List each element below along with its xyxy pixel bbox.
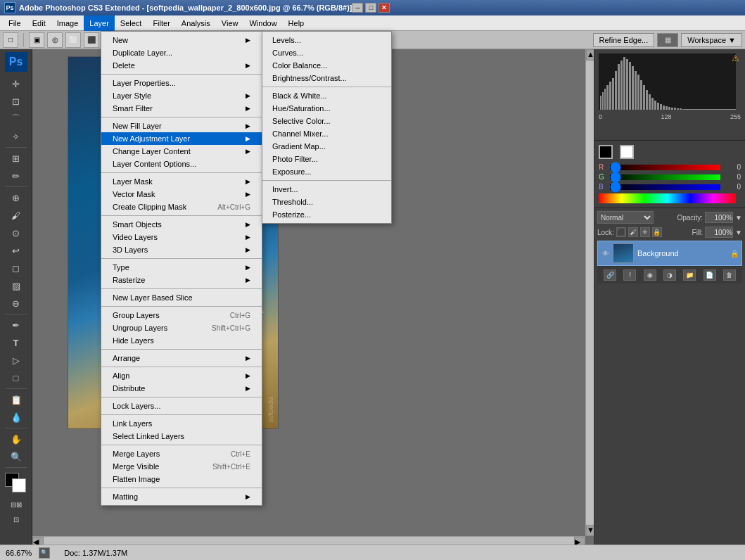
horizontal-scrollbar[interactable]: ◀ ▶ [32,536,585,545]
menu-matting[interactable]: Matting▶ [101,490,262,503]
new-adjustment-btn[interactable]: ◑ [663,269,676,281]
menu-video-layers[interactable]: Video Layers▶ [101,231,262,243]
menu-edit[interactable]: Edit [27,15,51,31]
foreground-swatch[interactable] [599,145,613,159]
new-layer-btn[interactable]: 📄 [703,269,716,281]
menu-layer-duplicate[interactable]: Duplicate Layer... [101,46,262,59]
lock-position-btn[interactable]: ✛ [640,227,650,237]
menu-type[interactable]: Type▶ [101,261,262,274]
path-tool[interactable]: ▷ [5,352,27,369]
quick-mask-btn[interactable]: ⊟⊠ [5,497,27,511]
new-selection-btn[interactable]: □ [3,32,18,48]
color-gradient-bar[interactable] [599,193,736,203]
ellipse-select-btn[interactable]: ◎ [47,32,63,48]
menu-smart-filter[interactable]: Smart Filter▶ [101,102,262,115]
refine-edge-button[interactable]: Refine Edge... [593,33,655,47]
eyedropper-tool[interactable]: ✏ [5,167,27,184]
blue-slider[interactable] [610,184,720,190]
menu-distribute[interactable]: Distribute▶ [101,382,262,395]
opacity-arrow[interactable]: ▼ [735,214,742,222]
menu-new-layer-based-slice[interactable]: New Layer Based Slice [101,291,262,304]
spot-heal-tool[interactable]: ⊕ [5,189,27,206]
shape-tool[interactable]: □ [5,369,27,386]
menu-create-clipping-mask[interactable]: Create Clipping MaskAlt+Ctrl+G [101,201,262,213]
menu-select[interactable]: Select [115,15,148,31]
delete-layer-btn[interactable]: 🗑 [723,269,736,281]
screen-mode-btn[interactable]: ⊡ [5,512,27,526]
color-swatch[interactable] [5,473,27,492]
green-slider[interactable] [610,174,720,180]
scrollbar-up-btn[interactable]: ▲ [586,49,594,61]
history-tool[interactable]: ↩ [5,242,27,259]
crop-tool[interactable]: ⊞ [5,150,27,167]
red-slider[interactable] [610,165,720,170]
clone-tool[interactable]: ⊙ [5,224,27,241]
fill-input[interactable] [705,227,733,238]
quick-select-tool[interactable]: ✧ [5,128,27,145]
submenu-selective-color[interactable]: Selective Color... [262,115,391,127]
submenu-posterize[interactable]: Posterize... [262,208,391,221]
vertical-scrollbar[interactable]: ▲ ▼ [585,49,594,536]
menu-new-adjustment-layer[interactable]: New Adjustment Layer▶ [101,132,262,145]
hand-tool[interactable]: ✋ [5,431,27,447]
workspace-button[interactable]: Workspace ▼ [681,33,742,47]
menu-flatten-image[interactable]: Flatten Image [101,473,262,485]
submenu-threshold[interactable]: Threshold... [262,196,391,208]
menu-merge-layers[interactable]: Merge LayersCtrl+E [101,447,262,460]
pen-tool[interactable]: ✒ [5,317,27,333]
scrollbar-right-btn[interactable]: ▶ [574,537,585,545]
menu-file[interactable]: File [3,15,27,31]
close-button[interactable]: ✕ [378,3,390,13]
lock-all-btn[interactable]: 🔒 [652,227,662,237]
menu-layer-style[interactable]: Layer Style▶ [101,89,262,102]
menu-arrange[interactable]: Arrange▶ [101,352,262,364]
zoom-status-btn[interactable]: 🔍 [39,547,50,559]
new-group-btn[interactable]: 📁 [683,269,696,281]
menu-3d-layers[interactable]: 3D Layers▶ [101,243,262,256]
brush-tool[interactable]: 🖌 [5,207,27,224]
notes-tool[interactable]: 📋 [5,391,27,408]
submenu-color-balance[interactable]: Color Balance... [262,59,391,72]
dodge-tool[interactable]: ⊖ [5,295,27,312]
menu-vector-mask[interactable]: Vector Mask▶ [101,188,262,201]
zoom-tool[interactable]: 🔍 [5,448,27,465]
minimize-button[interactable]: ─ [352,3,363,13]
menu-select-linked-layers[interactable]: Select Linked Layers [101,430,262,443]
submenu-brightness-contrast[interactable]: Brightness/Contrast... [262,72,391,84]
eraser-tool[interactable]: ◻ [5,260,27,276]
rect-select-btn[interactable]: ▣ [29,32,44,48]
move-tool[interactable]: ✛ [5,75,27,92]
menu-layer-content-options[interactable]: Layer Content Options... [101,158,262,170]
menu-layer-delete[interactable]: Delete▶ [101,59,262,72]
menu-lock-layers[interactable]: Lock Layers... [101,400,262,412]
lasso-tool[interactable]: ⌒ [5,110,27,127]
selection-tool[interactable]: ⊡ [5,93,27,110]
menu-ungroup-layers[interactable]: Ungroup LayersShift+Ctrl+G [101,322,262,334]
menu-link-layers[interactable]: Link Layers [101,417,262,430]
menu-help[interactable]: Help [283,15,310,31]
submenu-gradient-map[interactable]: Gradient Map... [262,140,391,153]
menu-rasterize[interactable]: Rasterize▶ [101,274,262,286]
submenu-photo-filter[interactable]: Photo Filter... [262,153,391,165]
menu-filter[interactable]: Filter [147,15,175,31]
opacity-input[interactable] [705,212,733,223]
lasso-select-btn[interactable]: ⬜ [65,32,81,48]
submenu-exposure[interactable]: Exposure... [262,165,391,178]
lock-transparent-btn[interactable]: ⬛ [616,227,626,237]
scrollbar-down-btn[interactable]: ▼ [586,525,594,536]
submenu-hue-saturation[interactable]: Hue/Saturation... [262,102,391,115]
menu-smart-objects[interactable]: Smart Objects▶ [101,218,262,231]
menu-layer-mask[interactable]: Layer Mask▶ [101,175,262,188]
menu-merge-visible[interactable]: Merge VisibleShift+Ctrl+E [101,460,262,473]
eyedropper2-tool[interactable]: 💧 [5,409,27,426]
submenu-black-white[interactable]: Black & White... [262,89,391,102]
menu-layer-properties[interactable]: Layer Properties... [101,77,262,89]
background-swatch[interactable] [620,145,634,159]
menu-change-layer-content[interactable]: Change Layer Content▶ [101,145,262,158]
menu-group-layers[interactable]: Group LayersCtrl+G [101,309,262,322]
submenu-levels[interactable]: Levels... [262,34,391,46]
fill-arrow[interactable]: ▼ [735,229,742,236]
menu-window[interactable]: Window [243,15,282,31]
submenu-channel-mixer[interactable]: Channel Mixer... [262,127,391,140]
add-mask-btn[interactable]: ◉ [644,269,656,281]
